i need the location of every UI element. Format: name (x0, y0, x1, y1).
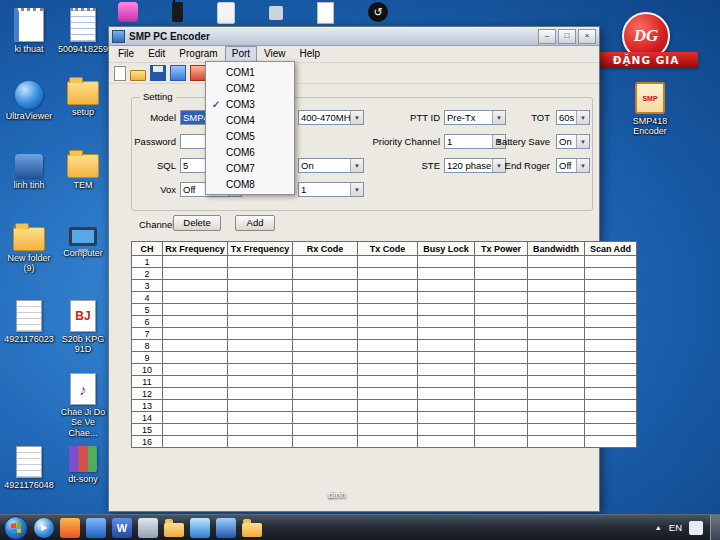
channel-cell[interactable] (418, 364, 475, 376)
channel-cell[interactable] (528, 328, 585, 340)
desktop-icon[interactable]: Computer (56, 223, 110, 296)
channel-cell[interactable] (418, 316, 475, 328)
channel-cell[interactable] (293, 340, 358, 352)
channel-cell[interactable] (475, 412, 528, 424)
channel-cell[interactable] (358, 352, 418, 364)
channel-cell[interactable] (358, 280, 418, 292)
channel-cell[interactable] (418, 280, 475, 292)
editor-icon[interactable] (190, 518, 210, 538)
channel-cell[interactable] (228, 316, 293, 328)
write-icon[interactable] (190, 65, 206, 81)
channel-number-cell[interactable]: 9 (132, 352, 163, 364)
menu-help[interactable]: Help (293, 46, 328, 62)
port-menu-item-com3[interactable]: ✓COM3 (206, 96, 294, 112)
channel-cell[interactable] (475, 316, 528, 328)
beep-select[interactable]: On ▼ (298, 158, 364, 173)
channel-cell[interactable] (358, 268, 418, 280)
channel-cell[interactable] (475, 304, 528, 316)
channel-cell[interactable] (163, 388, 228, 400)
channel-cell[interactable] (358, 400, 418, 412)
channel-cell[interactable] (293, 316, 358, 328)
channel-row[interactable]: 6 (132, 316, 637, 328)
channel-cell[interactable] (475, 376, 528, 388)
channel-cell[interactable] (293, 292, 358, 304)
column-header[interactable]: Tx Frequency (228, 242, 293, 256)
desktop-icon[interactable]: linh tinh (2, 150, 56, 223)
port-menu-item-com2[interactable]: COM2 (206, 80, 294, 96)
channel-cell[interactable] (528, 388, 585, 400)
port-menu-item-com7[interactable]: COM7 (206, 160, 294, 176)
channel-cell[interactable] (585, 400, 637, 412)
channel-number-cell[interactable]: 12 (132, 388, 163, 400)
channel-cell[interactable] (475, 388, 528, 400)
channel-cell[interactable] (475, 340, 528, 352)
channel-cell[interactable] (228, 352, 293, 364)
channel-number-cell[interactable]: 2 (132, 268, 163, 280)
channel-cell[interactable] (293, 256, 358, 268)
channel-cell[interactable] (293, 352, 358, 364)
channel-cell[interactable] (418, 412, 475, 424)
channel-cell[interactable] (528, 316, 585, 328)
channel-cell[interactable] (163, 400, 228, 412)
channel-row[interactable]: 3 (132, 280, 637, 292)
channel-cell[interactable] (585, 316, 637, 328)
read-icon[interactable] (170, 65, 186, 81)
channel-cell[interactable] (418, 388, 475, 400)
channel-cell[interactable] (228, 328, 293, 340)
column-header[interactable]: Tx Power (475, 242, 528, 256)
channel-cell[interactable] (528, 268, 585, 280)
channel-cell[interactable] (585, 376, 637, 388)
channel-row[interactable]: 2 (132, 268, 637, 280)
new-icon[interactable] (114, 66, 126, 81)
channel-number-cell[interactable]: 16 (132, 436, 163, 448)
channel-cell[interactable] (585, 268, 637, 280)
channel-cell[interactable] (163, 304, 228, 316)
channel-cell[interactable] (528, 436, 585, 448)
menu-view[interactable]: View (257, 46, 293, 62)
desktop-icon[interactable]: BJS20b KPG 91D (56, 296, 110, 369)
channel-cell[interactable] (293, 400, 358, 412)
show-desktop-button[interactable] (710, 515, 720, 540)
channel-cell[interactable] (293, 328, 358, 340)
channel-cell[interactable] (475, 328, 528, 340)
channel-cell[interactable] (475, 256, 528, 268)
channel-cell[interactable] (475, 364, 528, 376)
channel-cell[interactable] (418, 304, 475, 316)
channel-row[interactable]: 4 (132, 292, 637, 304)
channel-cell[interactable] (358, 256, 418, 268)
channel-row[interactable]: 15 (132, 424, 637, 436)
desktop-icon[interactable]: TEM (56, 150, 110, 223)
channel-cell[interactable] (585, 304, 637, 316)
channel-cell[interactable] (163, 268, 228, 280)
app-icon[interactable] (138, 518, 158, 538)
desktop-icon[interactable]: 4921176048 (2, 442, 56, 515)
channel-row[interactable]: 11 (132, 376, 637, 388)
channel-cell[interactable] (228, 256, 293, 268)
channel-cell[interactable] (228, 412, 293, 424)
channel-cell[interactable] (293, 436, 358, 448)
channel-cell[interactable] (585, 280, 637, 292)
column-header[interactable]: Tx Code (358, 242, 418, 256)
add-button[interactable]: Add (235, 215, 275, 231)
channel-row[interactable]: 12 (132, 388, 637, 400)
channel-number-cell[interactable]: 15 (132, 424, 163, 436)
channel-cell[interactable] (293, 388, 358, 400)
channel-cell[interactable] (418, 292, 475, 304)
channel-cell[interactable] (293, 376, 358, 388)
channel-number-cell[interactable]: 6 (132, 316, 163, 328)
app-gray-icon[interactable] (269, 6, 283, 20)
channel-number-cell[interactable]: 11 (132, 376, 163, 388)
channel-cell[interactable] (293, 424, 358, 436)
channel-cell[interactable] (293, 304, 358, 316)
channel-cell[interactable] (475, 268, 528, 280)
channel-cell[interactable] (528, 376, 585, 388)
open-icon[interactable] (130, 70, 146, 81)
start-button[interactable] (4, 516, 28, 540)
app-white-icon[interactable] (217, 2, 235, 24)
menu-port[interactable]: Port (225, 46, 257, 62)
minimize-button[interactable]: – (538, 29, 556, 44)
desktop-icon[interactable]: 5009418259 (56, 4, 110, 77)
port-menu-item-com5[interactable]: COM5 (206, 128, 294, 144)
viewer-icon[interactable] (216, 518, 236, 538)
channel-cell[interactable] (418, 376, 475, 388)
